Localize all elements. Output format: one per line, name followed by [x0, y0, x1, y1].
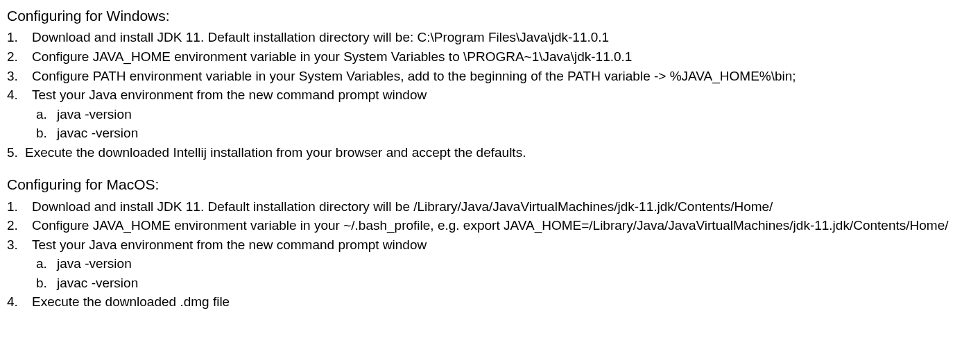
- step-text: Test your Java environment from the new …: [32, 237, 427, 252]
- macos-steps: Download and install JDK 11. Default ins…: [7, 197, 973, 312]
- macos-substeps: java -version javac -version: [32, 254, 973, 292]
- step-text: Test your Java environment from the new …: [32, 87, 427, 102]
- list-item: Configure PATH environment variable in y…: [7, 67, 973, 86]
- windows-steps: Download and install JDK 11. Default ins…: [7, 28, 973, 142]
- macos-heading: Configuring for MacOS:: [7, 174, 973, 195]
- sub-list-item: javac -version: [32, 274, 973, 293]
- substep-text: java -version: [57, 107, 132, 121]
- substep-text: javac -version: [57, 276, 138, 290]
- windows-heading: Configuring for Windows:: [7, 6, 973, 26]
- sub-list-item: javac -version: [32, 124, 973, 143]
- step-text: Download and install JDK 11. Default ins…: [32, 30, 609, 44]
- list-item: Test your Java environment from the new …: [7, 235, 973, 293]
- step-text: Configure JAVA_HOME environment variable…: [32, 218, 948, 233]
- list-item: Download and install JDK 11. Default ins…: [7, 197, 973, 217]
- sub-list-item: java -version: [32, 254, 973, 274]
- sub-list-item: java -version: [32, 105, 973, 124]
- step-text: Execute the downloaded Intellij installa…: [25, 145, 526, 160]
- list-item-5: Execute the downloaded Intellij installa…: [7, 143, 973, 162]
- list-item: Configure JAVA_HOME environment variable…: [7, 47, 973, 67]
- step-text: Execute the downloaded .dmg file: [32, 294, 230, 309]
- step-text: Configure JAVA_HOME environment variable…: [32, 49, 632, 64]
- substep-text: java -version: [57, 256, 132, 271]
- windows-section: Configuring for Windows: Download and in…: [7, 6, 973, 162]
- step-text: Download and install JDK 11. Default ins…: [32, 199, 773, 214]
- list-item: Test your Java environment from the new …: [7, 85, 973, 143]
- windows-substeps: java -version javac -version: [32, 105, 973, 143]
- list-item: Configure JAVA_HOME environment variable…: [7, 216, 973, 235]
- list-item: Download and install JDK 11. Default ins…: [7, 28, 973, 47]
- macos-section: Configuring for MacOS: Download and inst…: [7, 174, 973, 312]
- step-text: Configure PATH environment variable in y…: [32, 69, 796, 83]
- substep-text: javac -version: [57, 126, 138, 140]
- list-item: Execute the downloaded .dmg file: [7, 292, 973, 312]
